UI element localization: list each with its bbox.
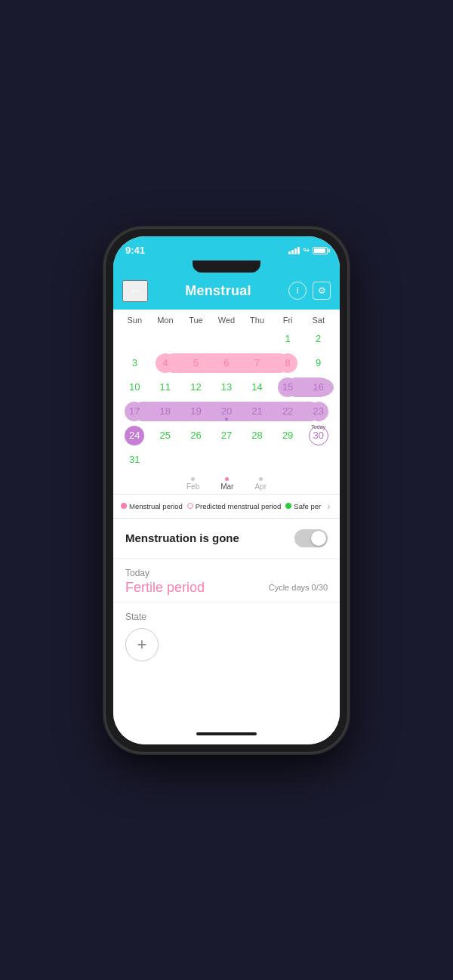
cal-day-14[interactable]: 14 <box>242 376 273 399</box>
month-dot-mar <box>225 477 229 481</box>
cal-day-16[interactable]: 16 <box>303 376 334 399</box>
add-state-button[interactable]: + <box>125 628 159 661</box>
cal-empty <box>150 448 181 471</box>
battery-fill <box>314 248 325 253</box>
cal-day-21[interactable]: 21 <box>242 400 273 423</box>
cal-day-17[interactable]: 17 <box>119 400 150 423</box>
cal-empty <box>211 448 242 471</box>
today-section: Today Fertile period Cycle days 0/30 <box>113 559 340 602</box>
day-headers: Sun Mon Tue Wed Thu Fri Sat <box>119 314 334 326</box>
month-indicators: Feb Mar Apr <box>119 471 334 494</box>
legend-dot-predicted <box>187 503 193 509</box>
header-title: Menstrual <box>185 283 251 299</box>
menstruation-label: Menstruation is gone <box>125 532 239 544</box>
calendar-grid: 1 2 3 4 5 6 <box>119 328 334 471</box>
day-header-sun: Sun <box>119 314 150 326</box>
cal-day-3[interactable]: 3 <box>119 352 150 374</box>
info-button[interactable]: i <box>288 282 307 300</box>
month-label-mar: Mar <box>220 482 233 491</box>
legend-predicted: Predicted menstrual period <box>187 502 282 510</box>
back-button[interactable]: ← <box>122 280 148 302</box>
home-bar <box>196 732 257 735</box>
calendar-section: Sun Mon Tue Wed Thu Fri Sat 1 <box>113 310 340 494</box>
cal-day-empty <box>211 328 242 350</box>
cal-day-15[interactable]: 15 <box>273 376 304 399</box>
month-apr[interactable]: Apr <box>254 477 267 491</box>
phone-frame: 9:41 ↬ ← Menstrual <box>106 229 347 752</box>
cal-day-10[interactable]: 10 <box>119 376 150 399</box>
header-icons: i ⚙ <box>288 282 331 300</box>
cal-day-24[interactable]: 24 <box>119 424 150 447</box>
month-label-feb: Feb <box>186 482 199 491</box>
settings-button[interactable]: ⚙ <box>313 282 331 300</box>
cal-day-31[interactable]: 31 <box>119 448 150 471</box>
cal-day-1[interactable]: 1 <box>273 328 304 350</box>
cal-day-22[interactable]: 22 <box>273 400 304 423</box>
cal-day-12[interactable]: 12 <box>180 376 211 399</box>
signal-bar-2 <box>291 250 294 254</box>
legend-safe: Safe per <box>285 502 321 510</box>
month-dot-feb <box>191 477 195 481</box>
cal-day-25[interactable]: 25 <box>150 424 181 447</box>
cal-day-11[interactable]: 11 <box>150 376 181 399</box>
cal-day-empty <box>180 328 211 350</box>
cal-day-empty <box>150 328 181 350</box>
signal-bar-4 <box>297 247 300 254</box>
battery-icon <box>313 247 328 254</box>
cal-empty <box>303 448 334 471</box>
cal-day-18[interactable]: 18 <box>150 400 181 423</box>
cal-day-8[interactable]: 8 <box>273 352 304 374</box>
cal-day-13[interactable]: 13 <box>211 376 242 399</box>
day-header-thu: Thu <box>242 314 273 326</box>
month-label-apr: Apr <box>254 482 267 491</box>
month-feb[interactable]: Feb <box>186 477 199 491</box>
gear-icon: ⚙ <box>318 285 326 296</box>
cal-day-19[interactable]: 19 <box>180 400 211 423</box>
cal-empty <box>180 448 211 471</box>
cal-day-6[interactable]: 6 <box>211 352 242 374</box>
cal-day-28[interactable]: 28 <box>242 424 273 447</box>
legend: Menstrual period Predicted menstrual per… <box>113 495 340 518</box>
home-indicator <box>113 726 340 744</box>
info-icon: i <box>297 285 299 296</box>
day-header-tue: Tue <box>180 314 211 326</box>
cal-day-30-today[interactable]: Today 30 <box>303 424 334 447</box>
legend-dot-safe <box>285 503 291 509</box>
cal-day-23[interactable]: 23 <box>303 400 334 423</box>
cal-day-7[interactable]: 7 <box>242 352 273 374</box>
state-section: State + <box>113 602 340 670</box>
cal-day-2[interactable]: 2 <box>303 328 334 350</box>
cal-day-29[interactable]: 29 <box>273 424 304 447</box>
cal-day-26[interactable]: 26 <box>180 424 211 447</box>
notch-area <box>113 260 340 276</box>
today-info-row: Fertile period Cycle days 0/30 <box>125 580 328 596</box>
cal-day-9[interactable]: 9 <box>303 352 334 374</box>
signal-bars-icon <box>288 247 300 254</box>
day-header-wed: Wed <box>211 314 242 326</box>
main-content: Sun Mon Tue Wed Thu Fri Sat 1 <box>113 310 340 726</box>
wifi-icon: ↬ <box>303 245 310 255</box>
notch <box>193 260 260 273</box>
legend-label-safe: Safe per <box>294 502 321 510</box>
cal-empty <box>273 448 304 471</box>
cal-day-4[interactable]: 4 <box>150 352 181 374</box>
cal-day-5[interactable]: 5 <box>180 352 211 374</box>
phone-inner: 9:41 ↬ ← Menstrual <box>113 236 340 744</box>
menstruation-toggle[interactable] <box>294 529 328 547</box>
cal-day-empty <box>242 328 273 350</box>
signal-bar-1 <box>288 251 291 254</box>
month-dot-apr <box>259 477 263 481</box>
app-header: ← Menstrual i ⚙ <box>113 276 340 310</box>
cycle-days-label: Cycle days 0/30 <box>269 583 328 592</box>
cal-day-empty <box>119 328 150 350</box>
cal-empty <box>242 448 273 471</box>
cal-day-27[interactable]: 27 <box>211 424 242 447</box>
cal-day-20[interactable]: 20 <box>211 400 242 423</box>
status-bar: 9:41 ↬ <box>113 236 340 260</box>
legend-more-arrow[interactable]: › <box>327 501 330 512</box>
day-header-sat: Sat <box>303 314 334 326</box>
month-mar[interactable]: Mar <box>220 477 233 491</box>
legend-label-predicted: Predicted menstrual period <box>196 502 282 510</box>
state-section-label: State <box>125 612 328 622</box>
legend-dot-menstrual <box>121 503 127 509</box>
